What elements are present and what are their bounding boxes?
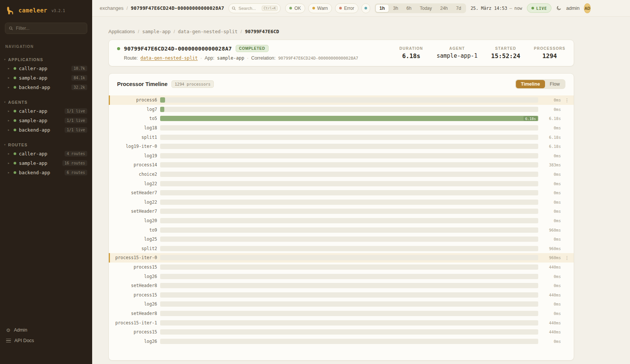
timeline-row[interactable]: log7 0ms ⋮ [109, 105, 574, 114]
view-toggle: TimelineFlow [515, 79, 565, 89]
duration-value: 0ms [541, 181, 561, 186]
sidebar-item-api-docs[interactable]: API Docs [5, 335, 87, 346]
exchange-id-crumb: 90799F47E6CD24D-00000000000028A7 [131, 5, 224, 11]
time-range-3h[interactable]: 3h [389, 4, 402, 12]
duration-value: 0ms [541, 154, 561, 158]
timeline-row[interactable]: process15 440ms ⋮ [109, 290, 574, 299]
sidebar-filter[interactable] [5, 23, 87, 34]
breadcrumb-segment[interactable]: 90799F47E6CD [245, 29, 279, 34]
timeline-row[interactable]: log22 0ms ⋮ [109, 179, 574, 188]
filter-chip-error[interactable]: Error [335, 3, 358, 13]
timeline-row[interactable]: split2 960ms ⋮ [109, 244, 574, 253]
timeline-track [160, 320, 538, 326]
duration-value: 960ms [541, 228, 561, 232]
timeline-row[interactable]: process14 383ms ⋮ [109, 160, 574, 170]
date-range-separator: — [510, 6, 512, 11]
timeline-row[interactable]: log22 0ms ⋮ [109, 198, 574, 207]
filter-chip-extra[interactable] [361, 3, 370, 13]
search-input[interactable] [238, 6, 259, 11]
time-range-6h[interactable]: 6h [402, 4, 415, 12]
global-search[interactable]: Ctrl+K [229, 3, 281, 13]
timeline-row[interactable]: log25 0ms ⋮ [109, 235, 574, 244]
sidebar-item-caller-app[interactable]: ▸ caller-app 4 routes [0, 149, 92, 158]
timeline-row[interactable]: process6 0ms ⋮ [109, 95, 574, 105]
date-range-end: now [514, 6, 522, 11]
sidebar-group-header-routes[interactable]: ▾ ROUTES [0, 141, 92, 149]
time-range-today[interactable]: Today [415, 4, 436, 12]
timeline-row[interactable]: process15 440ms ⋮ [109, 327, 574, 337]
filter-chip-ok[interactable]: OK [285, 3, 305, 13]
theme-toggle[interactable] [556, 5, 562, 11]
search-shortcut-kbd: Ctrl+K [262, 6, 278, 11]
kebab-menu-icon[interactable]: ⋮ [564, 97, 570, 103]
status-badge: COMPLETED [236, 45, 269, 52]
timeline-row[interactable]: process15-iter-0 960ms ⋮ [109, 253, 574, 263]
breadcrumb-segment[interactable]: Applications [108, 29, 135, 34]
kebab-menu-icon[interactable]: ⋮ [564, 255, 570, 261]
timeline-row[interactable]: setHeader8 0ms ⋮ [109, 309, 574, 318]
avatar[interactable]: AD [584, 3, 590, 13]
timeline-track [160, 292, 538, 298]
timeline-track [160, 283, 538, 288]
timeline-row[interactable]: setHeader7 0ms ⋮ [109, 188, 574, 198]
date-range-picker[interactable]: 25. März 14:53 — now [471, 6, 522, 11]
user-menu[interactable]: admin [566, 5, 579, 11]
sidebar-item-caller-app[interactable]: ▸ caller-app 1/1 live [0, 106, 92, 116]
breadcrumb-segment[interactable]: data-gen-nested-split [178, 29, 238, 34]
processor-name: process14 [111, 162, 157, 167]
timeline-row[interactable]: log26 0ms ⋮ [109, 336, 574, 346]
filter-chip-warn[interactable]: Warn [308, 3, 332, 13]
search-icon [232, 6, 236, 11]
sidebar-item-sample-app[interactable]: ▸ sample-app 84.1k [0, 73, 92, 83]
sidebar-item-backend-app[interactable]: ▸ backend-app 6 routes [0, 168, 92, 177]
time-range-24h[interactable]: 24h [436, 4, 452, 12]
chevron-right-icon: ▸ [8, 152, 11, 155]
moon-icon [556, 5, 562, 11]
timeline-row[interactable]: log19-iter-0 6.18s ⋮ [109, 142, 574, 151]
duration-value: 440ms [541, 330, 561, 334]
sidebar-item-backend-app[interactable]: ▸ backend-app 32.2k [0, 83, 92, 92]
view-toggle-timeline[interactable]: Timeline [516, 80, 545, 88]
breadcrumb-separator: / [241, 29, 242, 34]
sidebar: cameleer v3.2.1 NAVIGATION ▾ APPLICATION… [0, 0, 92, 364]
processor-name: log22 [111, 200, 157, 205]
timeline-row[interactable]: log19 0ms ⋮ [109, 151, 574, 161]
timeline-row[interactable]: log20 0ms ⋮ [109, 216, 574, 226]
sidebar-group-header-applications[interactable]: ▾ APPLICATIONS [0, 56, 92, 64]
sidebar-item-sample-app[interactable]: ▸ sample-app 1/1 live [0, 116, 92, 125]
sidebar-item-caller-app[interactable]: ▸ caller-app 10.7k [0, 64, 92, 73]
timeline-row[interactable]: to5 6.18s 6.18s ⋮ [109, 114, 574, 123]
timeline-row[interactable]: log26 0ms ⋮ [109, 272, 574, 281]
view-toggle-flow[interactable]: Flow [545, 80, 565, 88]
breadcrumb-segment[interactable]: sample-app [142, 29, 170, 34]
time-range-7d[interactable]: 7d [452, 4, 465, 12]
time-range-group: 1h3h6hToday24h7d [375, 3, 466, 13]
item-count-badge: 6 routes [65, 170, 87, 175]
item-count-badge: 32.2k [71, 84, 87, 90]
filter-input[interactable] [16, 26, 83, 31]
timeline-row[interactable]: process15 440ms ⋮ [109, 263, 574, 272]
route-link[interactable]: data-gen-nested-split [141, 55, 198, 61]
timeline-track [160, 255, 538, 260]
timeline-row[interactable]: log18 0ms ⋮ [109, 123, 574, 133]
sidebar-item-backend-app[interactable]: ▸ backend-app 1/1 live [0, 125, 92, 135]
live-toggle[interactable]: LIVE [527, 3, 552, 13]
timeline-row[interactable]: setHeader8 0ms ⋮ [109, 281, 574, 290]
timeline-track [160, 190, 538, 195]
timeline-track [160, 301, 538, 307]
timeline-row[interactable]: log26 0ms ⋮ [109, 299, 574, 309]
sidebar-item-admin[interactable]: ⚙ Admin [5, 325, 87, 335]
content: Applications/sample-app/data-gen-nested-… [92, 17, 630, 364]
timeline-row[interactable]: split1 6.18s ⋮ [109, 132, 574, 142]
timeline-row[interactable]: setHeader7 0ms ⋮ [109, 207, 574, 216]
timeline-row[interactable]: to9 960ms ⋮ [109, 225, 574, 235]
sidebar-item-sample-app[interactable]: ▸ sample-app 16 routes [0, 158, 92, 168]
time-range-1h[interactable]: 1h [375, 4, 389, 12]
breadcrumb-exchanges-link[interactable]: exchanges [100, 5, 124, 11]
duration-value: 6.18s [541, 135, 561, 140]
timeline-row[interactable]: process15-iter-1 440ms ⋮ [109, 318, 574, 327]
timeline-track [160, 311, 538, 316]
timeline-row[interactable]: choice2 0ms ⋮ [109, 170, 574, 179]
sidebar-group-header-agents[interactable]: ▾ AGENTS [0, 99, 92, 106]
app-logo[interactable]: cameleer v3.2.1 [0, 0, 92, 20]
